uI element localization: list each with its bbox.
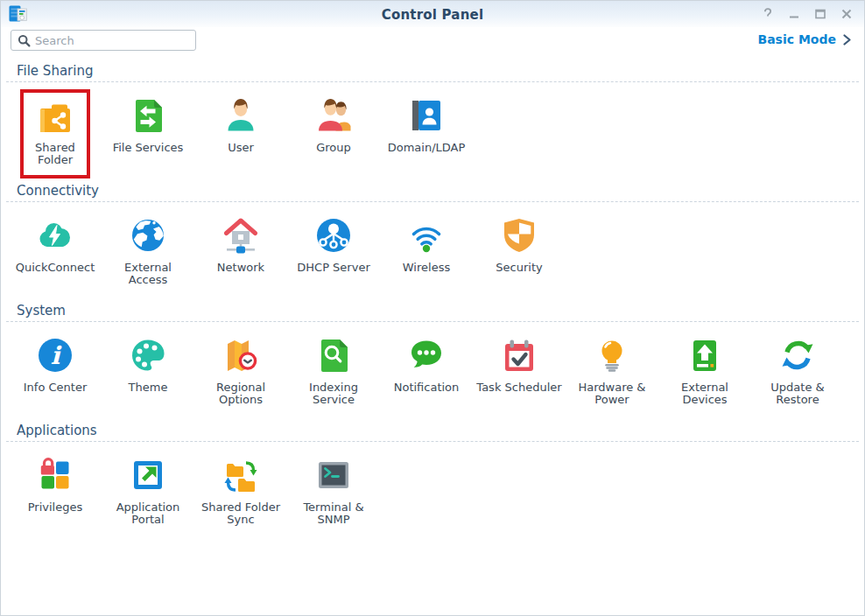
cp-item-label: Update & Restore <box>754 382 841 406</box>
cp-item-hardware-power[interactable]: Hardware & Power <box>566 332 658 411</box>
regional-options-icon <box>220 334 262 376</box>
section-file-sharing: File SharingShared FolderFile ServicesUs… <box>1 63 864 173</box>
cp-item-label: DHCP Server <box>297 262 369 274</box>
basic-mode-label: Basic Mode <box>758 32 837 46</box>
section-items-row: PrivilegesApplication PortalShared Folde… <box>1 442 864 533</box>
cp-item-label: Indexing Service <box>290 382 377 406</box>
cp-item-label: File Services <box>113 142 184 154</box>
cp-item-label: Theme <box>129 382 168 394</box>
cp-item-task-scheduler[interactable]: Task Scheduler <box>473 332 566 399</box>
cp-item-label: Shared Folder Sync <box>197 501 285 526</box>
cp-item-label: Terminal & SNMP <box>290 501 377 526</box>
maximize-button[interactable] <box>812 5 829 23</box>
cp-item-label: External Access <box>104 262 192 286</box>
cp-item-privileges[interactable]: Privileges <box>9 452 102 519</box>
network-icon <box>220 214 262 256</box>
section-title-system: System <box>17 303 848 318</box>
cp-item-application-portal[interactable]: Application Portal <box>102 452 194 531</box>
minimize-icon <box>787 7 801 21</box>
section-title-applications: Applications <box>17 423 848 438</box>
cp-item-theme[interactable]: Theme <box>102 332 194 399</box>
theme-icon <box>127 334 169 376</box>
section-connectivity: ConnectivityQuickConnectExternal AccessN… <box>1 183 864 293</box>
cp-item-label: Regional Options <box>197 382 285 406</box>
maximize-icon <box>813 7 827 21</box>
search-input[interactable] <box>35 34 195 47</box>
help-button[interactable] <box>759 5 777 23</box>
basic-mode-link[interactable]: Basic Mode <box>758 32 853 46</box>
external-access-icon <box>127 214 169 256</box>
minimize-button[interactable] <box>785 5 803 23</box>
hardware-power-icon <box>591 334 633 376</box>
cp-item-label: Task Scheduler <box>476 382 561 394</box>
application-portal-icon <box>127 454 169 496</box>
cp-item-network[interactable]: Network <box>194 213 287 279</box>
section-title-connectivity: Connectivity <box>17 183 848 199</box>
cp-item-label: Notification <box>394 382 460 394</box>
group-icon <box>313 94 355 136</box>
section-applications: ApplicationsPrivilegesApplication Portal… <box>1 423 864 533</box>
privileges-icon <box>34 454 76 496</box>
cp-item-label: User <box>228 142 254 154</box>
cp-item-label: Privileges <box>28 501 83 514</box>
file-services-icon <box>127 94 169 136</box>
cp-item-group[interactable]: Group <box>287 93 380 159</box>
cp-item-indexing-service[interactable]: Indexing Service <box>287 332 380 411</box>
section-items-row: QuickConnectExternal AccessNetworkDHCP S… <box>1 202 864 293</box>
terminal-snmp-icon <box>313 454 355 496</box>
search-box[interactable] <box>11 30 196 51</box>
cp-item-info-center[interactable]: iInfo Center <box>9 332 102 399</box>
titlebar: Control Panel <box>1 1 864 27</box>
cp-item-file-services[interactable]: File Services <box>102 93 194 159</box>
cp-item-label: External Devices <box>661 382 749 406</box>
toolbar: Basic Mode <box>1 27 864 53</box>
section-title-file-sharing: File Sharing <box>17 63 848 79</box>
dhcp-server-icon <box>313 214 355 256</box>
cp-item-label: Security <box>496 262 542 274</box>
section-items-row: iInfo CenterThemeRegional OptionsIndexin… <box>1 322 864 413</box>
cp-item-domain-ldap[interactable]: Domain/LDAP <box>380 93 473 159</box>
cp-item-label: Network <box>217 262 264 274</box>
cp-item-shared-folder[interactable]: Shared Folder <box>9 93 102 172</box>
chevron-right-icon <box>842 34 852 46</box>
update-restore-icon <box>777 334 819 376</box>
window-title: Control Panel <box>1 7 864 23</box>
close-button[interactable] <box>838 5 855 23</box>
search-icon <box>18 34 31 47</box>
cp-item-dhcp-server[interactable]: DHCP Server <box>287 213 380 279</box>
cp-item-label: Application Portal <box>104 501 192 526</box>
cp-item-label: Hardware & Power <box>568 382 656 406</box>
cp-item-label: QuickConnect <box>16 262 95 274</box>
sections-container: File SharingShared FolderFile ServicesUs… <box>1 63 864 533</box>
cp-item-wireless[interactable]: Wireless <box>380 213 473 279</box>
cp-item-external-devices[interactable]: External Devices <box>658 332 751 411</box>
cp-item-label: Group <box>316 142 351 154</box>
cp-item-regional-options[interactable]: Regional Options <box>194 332 287 411</box>
section-items-row: Shared FolderFile ServicesUserGroupDomai… <box>1 82 864 173</box>
cp-item-label: Shared Folder <box>25 142 86 166</box>
user-icon <box>220 94 262 136</box>
control-panel-window: Control Panel Basic Mode File SharingSha… <box>0 0 865 616</box>
window-controls <box>759 5 855 23</box>
help-icon <box>761 7 775 21</box>
close-icon <box>840 7 854 21</box>
cp-item-notification[interactable]: Notification <box>380 332 473 399</box>
cp-item-quickconnect[interactable]: QuickConnect <box>9 213 102 279</box>
external-devices-icon <box>684 334 726 376</box>
section-system: SystemiInfo CenterThemeRegional OptionsI… <box>1 303 864 413</box>
cp-item-label: Info Center <box>24 382 88 394</box>
quickconnect-icon <box>34 214 76 256</box>
info-center-icon: i <box>34 334 76 376</box>
wireless-icon <box>405 214 447 256</box>
cp-item-shared-folder-sync[interactable]: Shared Folder Sync <box>194 452 287 531</box>
cp-item-label: Domain/LDAP <box>388 142 466 154</box>
cp-item-external-access[interactable]: External Access <box>102 213 194 291</box>
cp-item-user[interactable]: User <box>194 93 287 159</box>
cp-item-update-restore[interactable]: Update & Restore <box>751 332 844 411</box>
indexing-service-icon <box>313 334 355 376</box>
cp-item-security[interactable]: Security <box>473 213 566 279</box>
notification-icon <box>405 334 447 376</box>
cp-item-terminal-snmp[interactable]: Terminal & SNMP <box>287 452 380 531</box>
security-icon <box>498 214 540 256</box>
task-scheduler-icon <box>498 334 540 376</box>
